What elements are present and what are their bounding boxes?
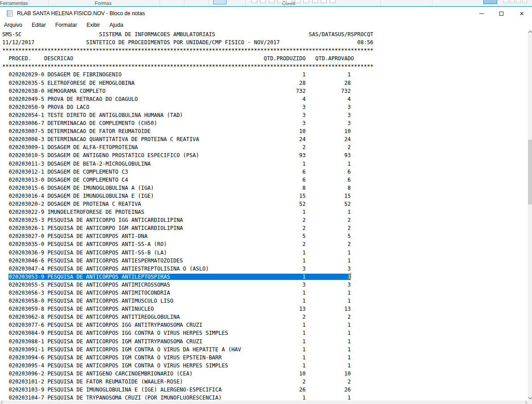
report-line: 020203022-9 IMUNOELETROFORESE DE PROTEIN… bbox=[2, 208, 528, 216]
report-line: 020203009-1 DOSAGEM DE ALFA-FETOPROTEINA… bbox=[2, 143, 528, 151]
ribbon-group-label-formas: Formas bbox=[91, 0, 116, 6]
titlebar[interactable]: RLAB SANTA HELENA FISICO.NOV - Bloco de … bbox=[0, 7, 532, 21]
ribbon-divider bbox=[48, 0, 49, 6]
ribbon-divider bbox=[380, 0, 381, 6]
scroll-left-icon[interactable] bbox=[1, 401, 4, 404]
toolbar-swatch[interactable] bbox=[503, 0, 508, 3]
color-swatch[interactable] bbox=[295, 0, 301, 3]
text-editor-area[interactable]: SMS-SC SISTEMA DE INFORMACOES AMBULATORI… bbox=[0, 30, 528, 400]
scroll-right-icon[interactable] bbox=[524, 401, 527, 404]
toolbar-swatch[interactable] bbox=[522, 0, 527, 3]
ribbon-divider bbox=[245, 0, 246, 6]
report-line: 020202038-0 HEMOGRAMA COMPLETO 732 732 bbox=[2, 87, 528, 95]
report-line: 020203016-4 DOSAGEM DE IMUNOGLOBULINA E … bbox=[2, 192, 528, 200]
report-line: 020203013-0 DOSAGEM DE COMPLEMENTO C4 6 … bbox=[2, 176, 528, 184]
toolbar-swatch[interactable] bbox=[510, 0, 515, 3]
report-line: 020203053-9 PESQUISA DE ANTICORPOS ANTIL… bbox=[2, 273, 528, 281]
selected-text: 020203053-9 PESQUISA DE ANTICORPOS ANTIL… bbox=[8, 274, 351, 280]
ribbon-divider bbox=[29, 0, 29, 6]
report-line: 020203047-4 PESQUISA DE ANTICORPOS ANTIE… bbox=[2, 265, 528, 273]
color-swatch[interactable] bbox=[321, 0, 327, 3]
vertical-scrollbar[interactable] bbox=[528, 30, 532, 400]
ribbon-divider bbox=[209, 0, 209, 6]
menu-editar[interactable]: Editar bbox=[28, 21, 50, 30]
color-swatch[interactable] bbox=[330, 0, 335, 3]
report-line: 020203055-5 PESQUISA DE ANTICORPOS ANTIM… bbox=[2, 281, 528, 289]
horizontal-scrollbar[interactable] bbox=[0, 400, 528, 404]
report-line: 11/12/2017 SINTETICO DE PROCEDIMENTOS PO… bbox=[2, 38, 528, 46]
report-line: 020202050-9 PROVA DO LACO 3 3 bbox=[2, 103, 528, 111]
report-line: 020203015-6 DOSAGEM DE IMUNOGLOBULINA A … bbox=[2, 184, 528, 192]
close-button[interactable]: × bbox=[511, 7, 532, 21]
report-line: 020203026-1 PESQUISA DE ANTICORPO IGM AN… bbox=[2, 224, 528, 232]
notepad-icon[interactable] bbox=[6, 10, 13, 17]
vertical-scrollbar-thumb[interactable] bbox=[528, 140, 532, 204]
menu-ajuda[interactable]: Ajuda bbox=[105, 21, 127, 30]
ribbon-selected-color-button[interactable] bbox=[213, 0, 226, 4]
report-line: 020203091-1 PESQUISA DE ANTICORPOS IGM C… bbox=[2, 346, 528, 354]
report-line: 020203088-1 PESQUISA DE ANTICORPOS IGM A… bbox=[2, 337, 528, 346]
report-line: 020203059-8 PESQUISA DE ANTICORPOS ANTIN… bbox=[2, 305, 528, 313]
report-line: SMS-SC SISTEMA DE INFORMACOES AMBULATORI… bbox=[2, 30, 528, 38]
background-paint-ribbon: Ferramentas Formas Cores bbox=[0, 0, 532, 6]
maximize-icon bbox=[499, 12, 503, 16]
report-line: 020203027-0 PESQUISA DE ANTICORPOS ANTI-… bbox=[2, 232, 528, 240]
report-line: 020203010-5 DOSAGEM DE ANTIGENO PROSTATI… bbox=[2, 151, 528, 159]
minimize-button[interactable] bbox=[471, 7, 491, 21]
maximize-button[interactable] bbox=[491, 7, 511, 21]
scrollbar-corner bbox=[528, 400, 532, 404]
report-line: 020203096-2 PESQUISA DE ANTIGENO CARCINO… bbox=[2, 370, 528, 378]
scroll-up-icon[interactable] bbox=[528, 31, 532, 34]
menu-bar: Arquivo Editar Formatar Exibir Ajuda bbox=[0, 21, 532, 30]
report-line: ****************************************… bbox=[2, 62, 528, 71]
report-line: 020203020-2 DOSAGEM DE PROTEINA C REATIV… bbox=[2, 200, 528, 208]
close-icon: × bbox=[519, 10, 524, 17]
report-line: 020202049-5 PROVA DE RETRACAO DO COAGULO… bbox=[2, 95, 528, 103]
report-line: 020203101-2 PESQUISA DE FATOR REUMATOIDE… bbox=[2, 378, 528, 386]
report-line: 020203094-6 PESQUISA DE ANTICORPOS IGM C… bbox=[2, 354, 528, 362]
report-line: 020203012-1 DOSAGEM DE COMPLEMENTO C3 6 … bbox=[2, 168, 528, 176]
ribbon-group-label-ferramentas: Ferramentas bbox=[0, 0, 28, 6]
notepad-window: RLAB SANTA HELENA FISICO.NOV - Bloco de … bbox=[0, 6, 532, 404]
report-line: 020203011-3 DOSAGEM DE BETA-2-MICROGLOBU… bbox=[2, 160, 528, 168]
report-line: 020203046-6 PESQUISA DE ANTICORPOS ANTIE… bbox=[2, 257, 528, 265]
report-line: 020203025-3 PESQUISA DE ANTICORPO IGG AN… bbox=[2, 216, 528, 224]
report-line: 020203103-9 PESQUISA DE IMUNOGLOBULINA E… bbox=[2, 386, 528, 394]
ribbon-divider bbox=[432, 0, 432, 6]
report-line: 020202029-0 DOSAGEM DE FIBRINOGENIO 1 1 bbox=[2, 71, 528, 79]
report-line: 020203084-9 PESQUISA DE ANTICORPOS IGG C… bbox=[2, 329, 528, 337]
report-line: 020203007-5 DETERMINACAO DE FATOR REUMAT… bbox=[2, 127, 528, 135]
color-swatch[interactable] bbox=[260, 0, 266, 3]
report-line: 020203036-9 PESQUISA DE ANTICORPOS ANTI-… bbox=[2, 249, 528, 257]
menu-exibir[interactable]: Exibir bbox=[83, 21, 104, 30]
report-line: 020203008-3 DETERMINACAO QUANTITATIVA DE… bbox=[2, 135, 528, 143]
report-line: 020203077-6 PESQUISA DE ANTICORPOS IGG A… bbox=[2, 321, 528, 329]
toolbar-swatch[interactable] bbox=[516, 0, 521, 3]
menu-formatar[interactable]: Formatar bbox=[51, 21, 81, 30]
report-line: 020202035-5 ELETROFORESE DE HEMOGLOBINA … bbox=[2, 79, 528, 87]
color-swatch[interactable] bbox=[303, 0, 309, 3]
report-line: 020203035-0 PESQUISA DE ANTICORPOS ANTI-… bbox=[2, 240, 528, 248]
report-line: 020203062-8 PESQUISA DE ANTICORPOS ANTIT… bbox=[2, 313, 528, 321]
color-swatch[interactable] bbox=[251, 0, 257, 3]
scroll-down-icon[interactable] bbox=[528, 396, 532, 399]
report-line: 020203006-7 DETERMINACAO DE COMPLEMENTO … bbox=[2, 119, 528, 127]
color-swatch[interactable] bbox=[277, 0, 283, 3]
report-line: PROCED. DESCRICAO QTD.PRODUZIDO QTD.APRO… bbox=[2, 54, 528, 62]
color-swatch[interactable] bbox=[312, 0, 318, 3]
text-caret bbox=[350, 273, 351, 279]
report-line: 020203104-7 PESQUISA DE TRYPANOSOMA CRUZ… bbox=[2, 394, 528, 400]
color-swatch[interactable] bbox=[286, 0, 292, 3]
report-line: 020203056-3 PESQUISA DE ANTICORPOS ANTIM… bbox=[2, 289, 528, 297]
report-line: 020203095-4 PESQUISA DE ANTICORPOS IGM C… bbox=[2, 362, 528, 370]
report-line: 020202054-1 TESTE DIRETO DE ANTIGLOBULIN… bbox=[2, 111, 528, 119]
ribbon-divider bbox=[159, 0, 160, 6]
ribbon-highlighted-button[interactable] bbox=[483, 0, 497, 4]
report-line: ****************************************… bbox=[2, 46, 528, 54]
color-swatch[interactable] bbox=[269, 0, 275, 3]
window-title: RLAB SANTA HELENA FISICO.NOV - Bloco de … bbox=[17, 10, 145, 17]
menu-arquivo[interactable]: Arquivo bbox=[0, 21, 26, 30]
ribbon-divider bbox=[184, 0, 184, 6]
report-line: 020203058-0 PESQUISA DE ANTICORPOS ANTIM… bbox=[2, 297, 528, 305]
minimize-icon bbox=[479, 13, 484, 14]
